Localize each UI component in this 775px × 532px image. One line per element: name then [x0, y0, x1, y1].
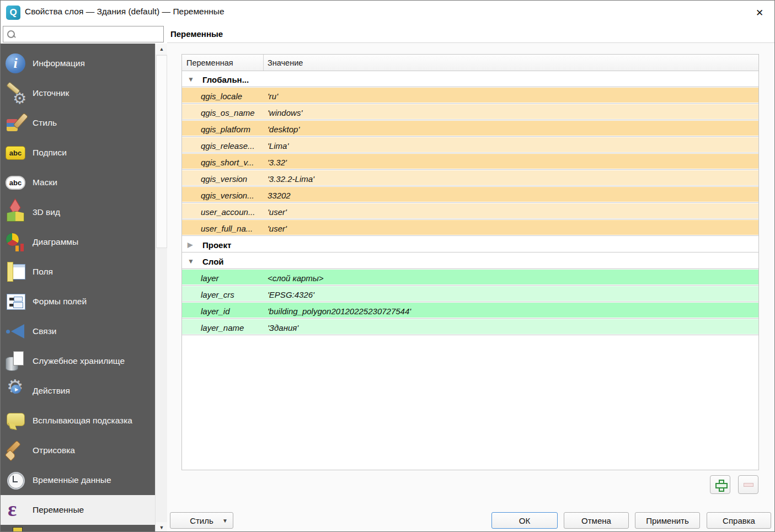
help-button[interactable]: Справка [707, 512, 771, 529]
sidebar-item-partial[interactable] [1, 525, 155, 532]
sidebar-item-label: Служебное хранилище [33, 356, 125, 366]
variable-name: qgis_release... [182, 141, 264, 151]
sidebar-item-rendering[interactable]: Отрисовка [1, 436, 155, 465]
variable-name: layer_crs [182, 290, 264, 299]
variable-value: 'Lima' [264, 141, 758, 151]
table-row[interactable]: qgis_version...33202 [182, 187, 758, 203]
variable-name: user_full_na... [182, 224, 264, 233]
rendering-icon [6, 440, 25, 460]
3d-view-icon [6, 202, 25, 222]
masks-icon [6, 176, 25, 190]
variable-value: 'Здания' [264, 323, 758, 332]
sidebar-item-source[interactable]: Источник [1, 78, 155, 108]
sidebar-item-attributes-form[interactable]: Формы полей [1, 287, 155, 316]
variable-name: user_accoun... [182, 207, 264, 217]
remove-variable-button[interactable] [738, 475, 758, 494]
group-name: Глобальн... [202, 75, 249, 84]
table-row[interactable]: qgis_release...'Lima' [182, 137, 758, 154]
column-header-variable[interactable]: Переменная [182, 55, 264, 71]
table-row[interactable]: user_full_na...'user' [182, 220, 758, 237]
variable-name: qgis_version [182, 174, 264, 184]
group-row-layer[interactable]: ▼Слой [182, 253, 758, 270]
sidebar-item-label: Диаграммы [33, 237, 78, 247]
table-row[interactable]: qgis_version'3.32.2-Lima' [182, 170, 758, 187]
sidebar-item-diagrams[interactable]: Диаграммы [1, 227, 155, 257]
variable-name: layer_name [182, 323, 264, 332]
variable-value: 'building_polygon20120225230727544' [264, 307, 758, 316]
actions-icon [6, 381, 25, 401]
variable-value: 'ru' [264, 92, 758, 101]
variables-tree: ▼Глобальн...qgis_locale'ru'qgis_os_name'… [182, 71, 758, 336]
group-row-global[interactable]: ▼Глобальн... [182, 71, 758, 88]
collapse-icon[interactable]: ▼ [188, 257, 195, 265]
attributes-form-icon [6, 292, 25, 311]
sidebar-item-label: Формы полей [33, 297, 87, 307]
sidebar-item-masks[interactable]: Маски [1, 168, 155, 197]
sidebar-item-actions[interactable]: Действия [1, 376, 155, 406]
table-row[interactable]: qgis_os_name'windows' [182, 104, 758, 121]
expand-icon[interactable]: ▶ [188, 241, 195, 249]
variable-value: 'EPSG:4326' [264, 290, 758, 299]
variables-icon [6, 500, 25, 520]
close-icon[interactable]: ✕ [748, 3, 771, 23]
collapse-icon[interactable]: ▼ [188, 76, 195, 83]
group-name: Слой [202, 257, 224, 266]
search-input[interactable] [15, 28, 163, 41]
sidebar-item-label: Отрисовка [33, 445, 75, 455]
symbology-icon [6, 113, 25, 133]
sidebar-item-fields[interactable]: Поля [1, 257, 155, 287]
scroll-down-icon[interactable]: ▼ [156, 522, 168, 532]
scrollbar-thumb[interactable] [156, 55, 167, 248]
sidebar-item-auxiliary-storage[interactable]: Служебное хранилище [1, 346, 155, 376]
table-row[interactable]: qgis_locale'ru' [182, 88, 758, 104]
map-tips-icon [6, 411, 25, 431]
sidebar-item-label: Источник [33, 88, 69, 98]
table-row[interactable]: layer_crs'EPSG:4326' [182, 286, 758, 303]
table-row[interactable]: qgis_short_v...'3.32' [182, 154, 758, 170]
sidebar-list: ИнформацияИсточникСтильПодписиМаски3D ви… [1, 49, 155, 532]
source-icon [6, 83, 25, 103]
information-icon [6, 53, 25, 73]
sidebar-item-temporal[interactable]: Временны́е данные [1, 465, 155, 495]
variable-value: 'desktop' [264, 125, 758, 134]
style-menu-button[interactable]: Стиль ▼ [170, 512, 233, 529]
sidebar-item-variables[interactable]: Переменные [1, 495, 155, 525]
column-header-value[interactable]: Значение [264, 55, 758, 71]
sidebar-item-labels[interactable]: Подписи [1, 138, 155, 168]
sidebar-item-symbology[interactable]: Стиль [1, 108, 155, 138]
sidebar-item-map-tips[interactable]: Всплывающая подсказка [1, 406, 155, 436]
variable-name: qgis_os_name [182, 108, 264, 117]
chevron-down-icon: ▼ [222, 518, 228, 524]
sidebar-item-3d-view[interactable]: 3D вид [1, 197, 155, 227]
add-variable-button[interactable] [710, 475, 730, 494]
sidebar-item-label: Действия [33, 386, 70, 396]
table-row[interactable]: layer<слой карты> [182, 270, 758, 286]
table-row[interactable]: qgis_platform'desktop' [182, 121, 758, 137]
table-row[interactable]: layer_name'Здания' [182, 319, 758, 336]
scroll-up-icon[interactable]: ▲ [156, 44, 168, 54]
window-title: Свойства слоя — Здания (default) — Перем… [25, 7, 225, 17]
sidebar-item-label: Поля [33, 267, 53, 277]
temporal-icon [6, 470, 25, 490]
sidebar-item-information[interactable]: Информация [1, 49, 155, 78]
apply-button[interactable]: Применить [635, 512, 700, 529]
qgis-logo-icon: Q [6, 6, 20, 20]
variable-name: qgis_version... [182, 191, 264, 200]
style-menu-label: Стиль [190, 516, 213, 525]
sidebar: ИнформацияИсточникСтильПодписиМаски3D ви… [1, 44, 167, 532]
cancel-button[interactable]: Отмена [564, 512, 629, 529]
plus-icon [715, 480, 725, 490]
table-row[interactable]: layer_id'building_polygon201202252307275… [182, 303, 758, 319]
group-row-project[interactable]: ▶Проект [182, 237, 758, 253]
sidebar-scrollbar[interactable]: ▲ ▼ [155, 44, 167, 532]
variable-name: qgis_short_v... [182, 158, 264, 167]
partial-icon [13, 527, 23, 532]
variable-value: 'user' [264, 207, 758, 217]
table-row[interactable]: user_accoun...'user' [182, 203, 758, 220]
ok-button[interactable]: ОК [491, 512, 558, 529]
main-header: Переменные [167, 25, 774, 42]
sidebar-item-label: Подписи [33, 148, 67, 158]
diagrams-icon [6, 232, 25, 252]
sidebar-item-joins[interactable]: Связи [1, 316, 155, 346]
sidebar-item-label: Временны́е данные [33, 475, 111, 485]
